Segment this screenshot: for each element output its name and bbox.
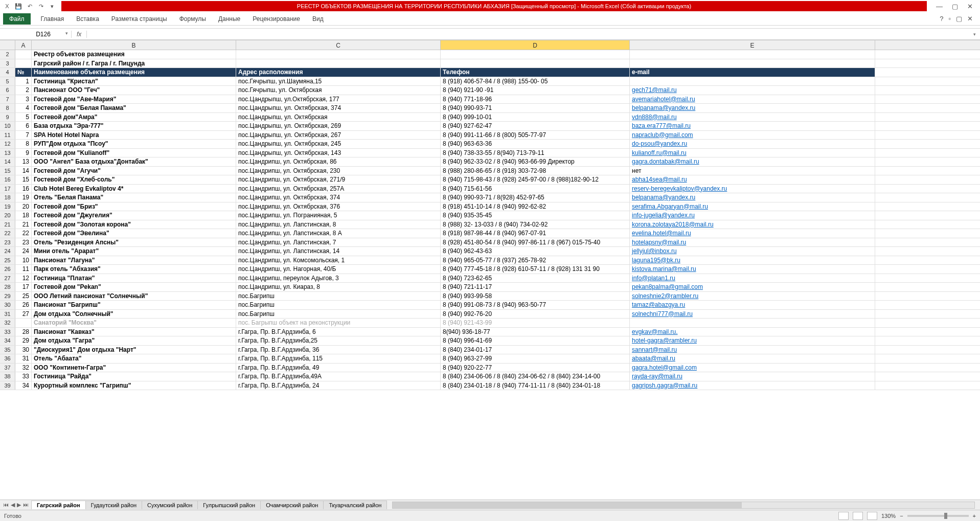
sheet-nav-first[interactable]: ⏮: [3, 502, 9, 508]
cell[interactable]: Санаторий "Москва": [32, 319, 236, 327]
cell[interactable]: нет: [630, 167, 875, 175]
row-header[interactable]: 29: [0, 292, 15, 301]
cell[interactable]: 23: [15, 238, 32, 247]
cell[interactable]: ООО Летний пансионат "Солнечный": [32, 292, 236, 301]
cell[interactable]: [15, 50, 32, 59]
cell[interactable]: 8 (940) 715-61-56: [441, 185, 630, 193]
minimize-icon[interactable]: —: [936, 3, 943, 10]
row-header[interactable]: 22: [0, 229, 15, 238]
row-header[interactable]: 32: [0, 319, 15, 327]
cell[interactable]: 8 (940) 993-99-58: [441, 292, 630, 301]
cell[interactable]: [630, 77, 875, 86]
cell[interactable]: Адрес расположения: [236, 68, 441, 77]
cell[interactable]: Гостевой дом "Агучи": [32, 167, 236, 175]
cell[interactable]: jellyjul@inbox.ru: [630, 247, 875, 256]
close-icon[interactable]: ✕: [967, 3, 973, 10]
cell[interactable]: laguna195@bk.ru: [630, 256, 875, 265]
col-header-B[interactable]: B: [32, 40, 236, 50]
cell[interactable]: rayda-ray@mail.ru: [630, 372, 875, 381]
cell[interactable]: 32: [15, 364, 32, 372]
row-header[interactable]: 34: [0, 336, 15, 345]
row-header[interactable]: 17: [0, 185, 15, 193]
cell[interactable]: Гостевой дом"Амра": [32, 113, 236, 122]
row-header[interactable]: 19: [0, 202, 15, 211]
cell[interactable]: hotelapsny@mail.ru: [630, 238, 875, 247]
cell[interactable]: 8 (940) 990-93-71: [441, 104, 630, 112]
cell[interactable]: 8 (940) 927-62-47: [441, 122, 630, 130]
cell[interactable]: [630, 59, 875, 68]
cell[interactable]: Парк отель "Абхазия": [32, 265, 236, 274]
cell[interactable]: пос.Багрипш: [236, 301, 441, 309]
ribbon-tab[interactable]: Вставка: [70, 13, 105, 25]
cell[interactable]: kistova.marina@mail.ru: [630, 265, 875, 274]
cell[interactable]: avemariahotel@mail.ru: [630, 95, 875, 104]
cell[interactable]: sannart@mail.ru: [630, 346, 875, 354]
cell[interactable]: РУП"Дом отдыха "Псоу": [32, 140, 236, 148]
ribbon-tab[interactable]: Разметка страницы: [105, 13, 173, 25]
select-all-corner[interactable]: [0, 40, 15, 50]
cell[interactable]: 8 (940) 990-93-71 / 8(928) 452-97-65: [441, 193, 630, 202]
cell[interactable]: 34: [15, 381, 32, 390]
cell[interactable]: info@platan1.ru: [630, 274, 875, 283]
cell[interactable]: 12: [15, 274, 32, 283]
cell[interactable]: Гостиница "Райда": [32, 372, 236, 381]
cell[interactable]: 8 (940) 920-22-77: [441, 364, 630, 372]
cell[interactable]: пос.Багрипш: [236, 310, 441, 319]
save-icon[interactable]: 💾: [14, 2, 22, 10]
ribbon-tab[interactable]: Данные: [212, 13, 246, 25]
cell[interactable]: 8 (940) 962-43-63: [441, 247, 630, 256]
ribbon-min-icon[interactable]: ▫: [948, 15, 951, 22]
cell[interactable]: Гостевой дом "Аве-Мария": [32, 95, 236, 104]
cell[interactable]: napraclub@gmail.com: [630, 131, 875, 140]
cell[interactable]: Мини отель "Арарат": [32, 247, 236, 256]
redo-icon[interactable]: ↷: [37, 2, 45, 10]
cell[interactable]: Отель "Резиденция Апсны": [32, 238, 236, 247]
cell[interactable]: ООО "Ангел" База отдыха"Донтабак": [32, 157, 236, 166]
cell[interactable]: 8 (940) 991-08-73 / 8 (940) 963-50-77: [441, 301, 630, 309]
cell[interactable]: evelina.hotel@mail.ru: [630, 229, 875, 238]
cell[interactable]: "Диоскурия1" Дом отдыха "Нарт": [32, 346, 236, 354]
cell[interactable]: [441, 50, 630, 59]
row-header[interactable]: 37: [0, 364, 15, 372]
cell[interactable]: пос.Цандрыпш, ул. Октябрская, 245: [236, 140, 441, 148]
cell[interactable]: 33: [15, 372, 32, 381]
cell[interactable]: пос.Цандрипш, ул. Октябрская, 374: [236, 193, 441, 202]
undo-icon[interactable]: ↶: [26, 2, 34, 10]
formula-expand-icon[interactable]: ▾: [969, 32, 980, 37]
ribbon-tab[interactable]: Главная: [35, 13, 71, 25]
cell[interactable]: 8 (940) 723-62-65: [441, 274, 630, 283]
row-header[interactable]: 6: [0, 86, 15, 95]
cell[interactable]: Телефон: [441, 68, 630, 77]
zoom-slider[interactable]: [907, 515, 969, 517]
cell[interactable]: baza.era777@mail.ru: [630, 122, 875, 130]
row-header[interactable]: 9: [0, 113, 15, 122]
cell[interactable]: pekan8palma@gmail.com: [630, 283, 875, 291]
cell[interactable]: 8 (940) 992-76-20: [441, 310, 630, 319]
cell[interactable]: gagra.hotel@gmail.com: [630, 364, 875, 372]
cell[interactable]: 3: [15, 95, 32, 104]
cell[interactable]: 8 (988) 32- 13-033 / 8 (940) 734-02-92: [441, 220, 630, 229]
cell[interactable]: Пансионат ООО "Геч": [32, 86, 236, 95]
row-header[interactable]: 16: [0, 175, 15, 184]
cell[interactable]: 8 (940) 991-11-66 / 8 (800) 505-77-97: [441, 131, 630, 140]
cell[interactable]: 6: [15, 122, 32, 130]
cell[interactable]: 15: [15, 175, 32, 184]
cell[interactable]: Дом отдыха "Гагра": [32, 336, 236, 345]
cell[interactable]: пос.Цандрипш, ул. Комсомольская, 1: [236, 256, 441, 265]
col-header-A[interactable]: A: [15, 40, 32, 50]
cell[interactable]: Гагрский район / г. Гагра / г. Пицунда: [32, 59, 236, 68]
cell[interactable]: г.Гагра, Пр. В.Г.Ардзинба,49А: [236, 372, 441, 381]
cell[interactable]: пос.Цандрипш, ул. Октябрская, 86: [236, 157, 441, 166]
cell[interactable]: vdn888@mail.ru: [630, 113, 875, 122]
cell[interactable]: пос.Цандрипш, ул. Киараз, 8: [236, 283, 441, 291]
cell[interactable]: Дом отдыха "Солнечный": [32, 310, 236, 319]
ribbon-close-icon[interactable]: ✕: [967, 15, 973, 22]
cell[interactable]: Пансионат "Багрипш": [32, 301, 236, 309]
sheet-tab[interactable]: Ткуарчалский район: [323, 501, 387, 509]
cell[interactable]: Гостевой дом "Белая Панама": [32, 104, 236, 112]
cell[interactable]: [630, 319, 875, 327]
cell[interactable]: 31: [15, 354, 32, 363]
cell[interactable]: пос.Цандрипш, ул. Лапстинская, 14: [236, 247, 441, 256]
cell[interactable]: 8 (840) 234-01-17: [441, 346, 630, 354]
cell[interactable]: пос.Цандрипш, ул. Октябрская, 230: [236, 167, 441, 175]
